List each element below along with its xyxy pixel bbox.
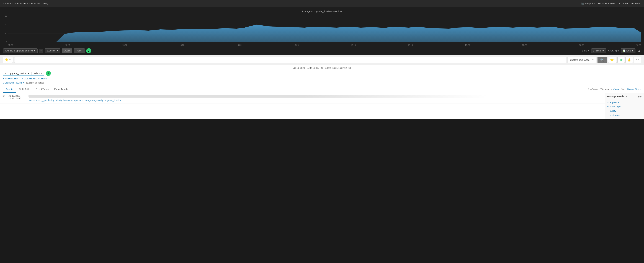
chart-svg (8, 15, 641, 43)
expand-panel-button[interactable]: ▶▶ (638, 95, 642, 98)
reset-button[interactable]: Reset (74, 48, 85, 53)
add-metric-button[interactable]: + (39, 49, 43, 53)
dashboard-widget-button[interactable]: ⊞+ (618, 57, 625, 63)
action-buttons: ⭐+ ⊞+ 🔔 ⎋▼ (608, 57, 641, 63)
content-area: ⚙ Jul 10, 202316:36:10.446 source event_… (0, 93, 644, 119)
add-field-icon: + (607, 101, 608, 104)
svg-marker-4 (8, 24, 641, 42)
table-row: ⚙ Jul 10, 202316:36:10.446 source event_… (0, 93, 605, 103)
controls-badge: 2 (86, 48, 91, 53)
view-dropdown[interactable]: View▼ (613, 88, 620, 91)
add-to-dashboard-button[interactable]: 🗂 Add to Dashboard (619, 2, 641, 5)
snapshot-button[interactable]: 📷 Snapshot (581, 2, 595, 5)
chart-container: Average of upgrade_duration over time 0 … (0, 7, 644, 47)
chevron-down-icon: ▼ (602, 49, 604, 52)
tab-events[interactable]: Events (3, 86, 16, 93)
save-search-button[interactable]: ⭐+ (608, 57, 617, 63)
content-packs-row: CONTENT PACKs ∨ (Extract all fields) (3, 81, 641, 84)
event-settings-icon[interactable]: ⚙ (3, 95, 6, 98)
share-button[interactable]: ⎋▼ (634, 57, 641, 63)
search-button[interactable]: 🔍 (598, 57, 607, 63)
field-appname[interactable]: appname (74, 99, 83, 101)
add-field-icon: + (607, 105, 608, 108)
chevron-down-icon: ▼ (56, 49, 58, 52)
field-event-type[interactable]: event_type (36, 99, 47, 101)
chevron-down-icon: ▼ (34, 49, 36, 52)
y-axis: 0 10 20 30 (3, 15, 8, 43)
line-value-dropdown[interactable]: 1 minute ▼ (591, 48, 606, 53)
filter-operator-dropdown[interactable]: exists (31, 72, 42, 75)
add-filter-button[interactable]: + ADD FILTER (3, 77, 18, 80)
saved-search-button[interactable]: ⭐ ▼ (3, 57, 13, 63)
manage-fields-header: Manage Fields ✎ ▶▶ (607, 95, 642, 98)
tabs-left: Events Field Table Event Types Event Tre… (3, 86, 71, 93)
time-range-dropdown[interactable]: Custom time range ▼ (568, 57, 596, 63)
camera-icon: 📷 (581, 2, 584, 5)
filter-field-dropdown[interactable]: upgrade_duration (8, 72, 30, 75)
field-hostname[interactable]: hostname (64, 99, 73, 101)
apply-button[interactable]: Apply (62, 48, 72, 53)
field-upgrade-duration[interactable]: upgrade_duration (105, 99, 122, 101)
event-blurred-text (28, 95, 487, 98)
field-item-facility[interactable]: + facility (607, 109, 642, 113)
dashboard-icon: 🗂 (619, 2, 621, 5)
search-input[interactable] (14, 57, 566, 63)
event-fields: source event_type facility priority host… (28, 99, 602, 101)
go-to-snapshots-button[interactable]: Go to Snapshots (598, 2, 616, 5)
time-range-display: Jul 10, 2023 3:37:11 PM to 4:37:12 PM (1… (3, 2, 48, 5)
chart-type-dropdown[interactable]: 📊 Area ▼ (621, 48, 636, 53)
chevron-down-icon: ∨ (23, 81, 25, 84)
filter-remove-button[interactable]: ✕ (5, 72, 7, 75)
filter-area: Jul 10, 2023 , 15:37:11.817 to Jul 10, 2… (0, 65, 644, 86)
clear-filters-button[interactable]: ✕ CLEAR ALL FILTERS (21, 77, 47, 80)
chart-title: Average of upgrade_duration over time (3, 10, 641, 13)
date-range-display: Jul 10, 2023 , 15:37:11.817 to Jul 10, 2… (3, 67, 641, 69)
chevron-down-icon: ▼ (592, 59, 594, 61)
add-field-icon: + (607, 109, 608, 112)
field-item-appname[interactable]: + appname (607, 100, 642, 104)
tab-event-types[interactable]: Event Types (33, 86, 51, 93)
field-vmw-vsan-severity[interactable]: vmw_vsan_severity (85, 99, 103, 101)
filter-badge: 1 (46, 71, 51, 76)
tab-field-table[interactable]: Field Table (16, 86, 33, 93)
content-packs-toggle[interactable]: CONTENT PACKs ∨ (3, 81, 25, 84)
controls-bar: Average of upgrade_duration ▼ + over tim… (0, 47, 644, 55)
sort-dropdown[interactable]: Newest First▼ (627, 88, 641, 91)
edit-icon[interactable]: ✎ (625, 95, 628, 98)
event-content: source event_type facility priority host… (28, 95, 602, 101)
field-source[interactable]: source (28, 99, 35, 101)
top-bar: Jul 10, 2023 3:37:11 PM to 4:37:12 PM (1… (0, 0, 644, 7)
metric-dropdown[interactable]: Average of upgrade_duration ▼ (3, 48, 38, 53)
tabs-right: 1 to 50 out of 50+ events View▼ Sort: Ne… (588, 88, 641, 91)
manage-fields-panel: Manage Fields ✎ ▶▶ + appname + event_typ… (605, 93, 644, 119)
filter-actions: + ADD FILTER ✕ CLEAR ALL FILTERS (3, 77, 641, 80)
over-time-dropdown[interactable]: over time ▼ (45, 48, 60, 53)
tab-event-trends[interactable]: Event Trends (52, 86, 71, 93)
manage-fields-title: Manage Fields ✎ (607, 95, 628, 98)
x-axis: 15:40 15:45 15:50 15:55 16:00 16:05 16:1… (8, 44, 641, 47)
filter-row: ✕ upgrade_duration exists 1 (3, 71, 641, 76)
filter-box: ✕ upgrade_duration exists (3, 71, 44, 76)
field-facility[interactable]: facility (48, 99, 54, 101)
field-item-event-type[interactable]: + event_type (607, 104, 642, 109)
search-bar: ⭐ ▼ Custom time range ▼ 🔍 ⭐+ ⊞+ 🔔 ⎋▼ (0, 55, 644, 65)
field-item-hostname[interactable]: + hostname (607, 113, 642, 117)
area-chart-icon: 📊 (623, 49, 626, 52)
chevron-down-icon: ▼ (9, 59, 11, 61)
add-field-icon: + (607, 114, 608, 116)
collapse-button[interactable]: ▲ (638, 49, 641, 53)
controls-right: 1 line = 1 minute ▼ Chart Type 📊 Area ▼ … (582, 48, 641, 53)
field-priority[interactable]: priority (56, 99, 62, 101)
alert-button[interactable]: 🔔 (626, 57, 633, 63)
chart-wrapper: 0 10 20 30 15:40 15:45 15:50 15:55 (8, 15, 641, 47)
extract-fields-link[interactable]: (Extract all fields) (26, 81, 44, 84)
tabs-bar: Events Field Table Event Types Event Tre… (0, 86, 644, 93)
event-timestamp: Jul 10, 202316:36:10.446 (8, 95, 26, 100)
controls-left: Average of upgrade_duration ▼ + over tim… (3, 48, 91, 53)
top-bar-actions: 📷 Snapshot Go to Snapshots 🗂 Add to Dash… (581, 2, 641, 5)
events-list: ⚙ Jul 10, 202316:36:10.446 source event_… (0, 93, 605, 119)
chevron-down-icon: ▼ (631, 49, 634, 52)
